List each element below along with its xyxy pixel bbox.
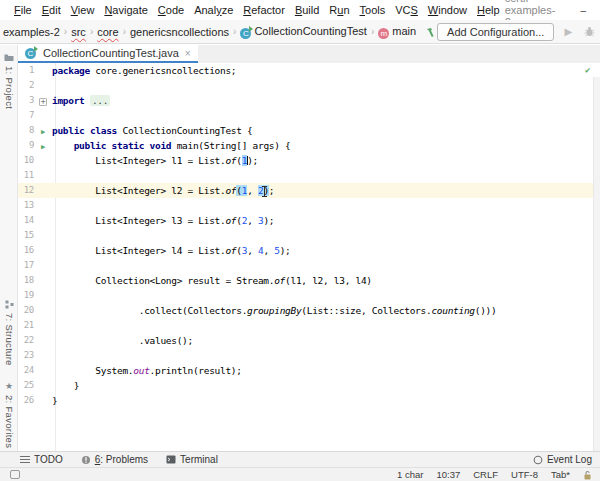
gutter-cell[interactable] bbox=[34, 63, 52, 78]
breadcrumb-item-examples-2[interactable]: examples-2 bbox=[2, 26, 61, 38]
inspection-ok-icon[interactable]: ✔ bbox=[585, 65, 590, 75]
event-log-button[interactable]: Event Log bbox=[533, 454, 592, 465]
gutter-cell[interactable] bbox=[34, 333, 52, 348]
run-gutter-icon[interactable]: ▶ bbox=[34, 138, 52, 153]
gutter-cell[interactable] bbox=[34, 348, 52, 363]
line-number[interactable]: 14 bbox=[18, 213, 34, 228]
gutter-cell[interactable] bbox=[34, 78, 52, 93]
code-line-26[interactable]: 26} bbox=[18, 393, 600, 408]
menu-help[interactable]: Help bbox=[472, 4, 505, 16]
line-number[interactable]: 13 bbox=[18, 198, 34, 213]
gutter-cell[interactable] bbox=[34, 108, 52, 123]
line-number[interactable]: 26 bbox=[18, 393, 34, 408]
lock-icon[interactable] bbox=[583, 470, 592, 480]
code-editor[interactable]: 1package core.genericsncollections;23+im… bbox=[18, 63, 600, 452]
sidebar-item-favorites[interactable]: ★ 2: Favorites bbox=[0, 382, 18, 448]
line-number[interactable]: 21 bbox=[18, 318, 34, 333]
menu-code[interactable]: Code bbox=[153, 4, 189, 16]
line-number[interactable]: 3 bbox=[18, 93, 34, 108]
line-number[interactable]: 22 bbox=[18, 333, 34, 348]
run-button[interactable]: ▶ bbox=[561, 25, 575, 39]
run-arrow-icon[interactable]: ▶ bbox=[41, 143, 45, 151]
code-line-10[interactable]: 10 List<Integer> l1 = List.of(1); bbox=[18, 153, 600, 168]
breadcrumb-item-core[interactable]: core bbox=[96, 26, 119, 38]
gutter-cell[interactable] bbox=[34, 378, 52, 393]
menu-window[interactable]: Window bbox=[423, 4, 472, 16]
line-number[interactable]: 9 bbox=[18, 138, 34, 153]
menu-run[interactable]: Run bbox=[324, 4, 354, 16]
menu-refactor[interactable]: Refactor bbox=[238, 4, 290, 16]
line-number[interactable]: 2 bbox=[18, 78, 34, 93]
line-number[interactable]: 16 bbox=[18, 243, 34, 258]
code-line-18[interactable]: 18 Collection<Long> result = Stream.of(l… bbox=[18, 273, 600, 288]
menu-build[interactable]: Build bbox=[290, 4, 324, 16]
menu-tools[interactable]: Tools bbox=[355, 4, 391, 16]
line-number[interactable]: 24 bbox=[18, 363, 34, 378]
gutter-cell[interactable] bbox=[34, 303, 52, 318]
code-line-16[interactable]: 16 List<Integer> l4 = List.of(3, 4, 5); bbox=[18, 243, 600, 258]
code-line-17[interactable]: 17 bbox=[18, 258, 600, 273]
code-line-13[interactable]: 13 bbox=[18, 198, 600, 213]
code-line-1[interactable]: 1package core.genericsncollections; bbox=[18, 63, 600, 78]
line-number[interactable]: 12 bbox=[18, 183, 34, 198]
status-line-separator[interactable]: CRLF bbox=[473, 469, 498, 480]
gutter-cell[interactable] bbox=[34, 228, 52, 243]
status-encoding[interactable]: UTF-8 bbox=[511, 469, 538, 480]
line-number[interactable]: 20 bbox=[18, 303, 34, 318]
sidebar-item-structure[interactable]: 7: Structure bbox=[0, 300, 18, 366]
line-number[interactable]: 10 bbox=[18, 153, 34, 168]
status-caret-position[interactable]: 10:37 bbox=[436, 469, 460, 480]
sidebar-item-project[interactable]: 1: Project bbox=[0, 53, 18, 109]
code-line-3[interactable]: 3+import ... bbox=[18, 93, 600, 108]
gutter-cell[interactable] bbox=[34, 153, 52, 168]
breadcrumb-item-genericsncollections[interactable]: genericsncollections bbox=[129, 26, 230, 38]
gutter-cell[interactable] bbox=[34, 273, 52, 288]
toolwindow-button-todo[interactable]: TODO bbox=[20, 454, 63, 465]
menu-edit[interactable]: Edit bbox=[37, 4, 66, 16]
gutter-cell[interactable] bbox=[34, 243, 52, 258]
run-gutter-icon[interactable]: ▶ bbox=[34, 123, 52, 138]
line-number[interactable]: 1 bbox=[18, 63, 34, 78]
line-number[interactable]: 11 bbox=[18, 168, 34, 183]
gutter-cell[interactable] bbox=[34, 288, 52, 303]
code-line-8[interactable]: 8▶public class CollectionCountingTest { bbox=[18, 123, 600, 138]
code-line-15[interactable]: 15 bbox=[18, 228, 600, 243]
gutter-cell[interactable] bbox=[34, 258, 52, 273]
code-line-22[interactable]: 22 .values(); bbox=[18, 333, 600, 348]
tool-window-switcher-icon[interactable] bbox=[10, 470, 20, 479]
toolwindow-button-problems[interactable]: 6: Problems bbox=[81, 454, 148, 465]
status-indent[interactable]: Tab* bbox=[551, 469, 570, 480]
breadcrumb-item-main[interactable]: mmain bbox=[377, 25, 417, 39]
minimize-button[interactable]: – bbox=[569, 0, 597, 20]
line-number[interactable]: 7 bbox=[18, 108, 34, 123]
editor-scrollbar[interactable] bbox=[593, 77, 600, 452]
run-arrow-icon[interactable]: ▶ bbox=[41, 128, 45, 136]
code-line-7[interactable]: 7 bbox=[18, 108, 600, 123]
code-line-11[interactable]: 11 bbox=[18, 168, 600, 183]
tab-collectioncountingtest[interactable]: C CollectionCountingTest.java × bbox=[18, 45, 198, 63]
code-line-23[interactable]: 23 bbox=[18, 348, 600, 363]
line-number[interactable]: 8 bbox=[18, 123, 34, 138]
code-line-14[interactable]: 14 List<Integer> l3 = List.of(2, 3); bbox=[18, 213, 600, 228]
code-line-25[interactable]: 25 } bbox=[18, 378, 600, 393]
menu-file[interactable]: File bbox=[9, 4, 37, 16]
build-hammer-icon[interactable] bbox=[425, 25, 437, 39]
menu-analyze[interactable]: Analyze bbox=[189, 4, 238, 16]
fold-gutter-icon[interactable]: + bbox=[34, 93, 52, 108]
gutter-cell[interactable] bbox=[34, 318, 52, 333]
line-number[interactable]: 25 bbox=[18, 378, 34, 393]
menu-vcs[interactable]: VCS bbox=[390, 4, 423, 16]
code-line-2[interactable]: 2 bbox=[18, 78, 600, 93]
line-number[interactable]: 17 bbox=[18, 258, 34, 273]
fold-expand-icon[interactable]: + bbox=[39, 98, 47, 106]
add-configuration-button[interactable]: Add Configuration... bbox=[437, 23, 554, 41]
gutter-cell[interactable] bbox=[34, 198, 52, 213]
gutter-cell[interactable] bbox=[34, 183, 52, 198]
toolwindow-button-terminal[interactable]: Terminal bbox=[166, 454, 218, 465]
code-line-9[interactable]: 9▶ public static void main(String[] args… bbox=[18, 138, 600, 153]
tab-close-icon[interactable]: × bbox=[185, 48, 191, 59]
code-line-19[interactable]: 19 bbox=[18, 288, 600, 303]
debug-button[interactable] bbox=[582, 25, 596, 39]
menu-navigate[interactable]: Navigate bbox=[99, 4, 152, 16]
code-line-20[interactable]: 20 .collect(Collectors.groupingBy(List::… bbox=[18, 303, 600, 318]
